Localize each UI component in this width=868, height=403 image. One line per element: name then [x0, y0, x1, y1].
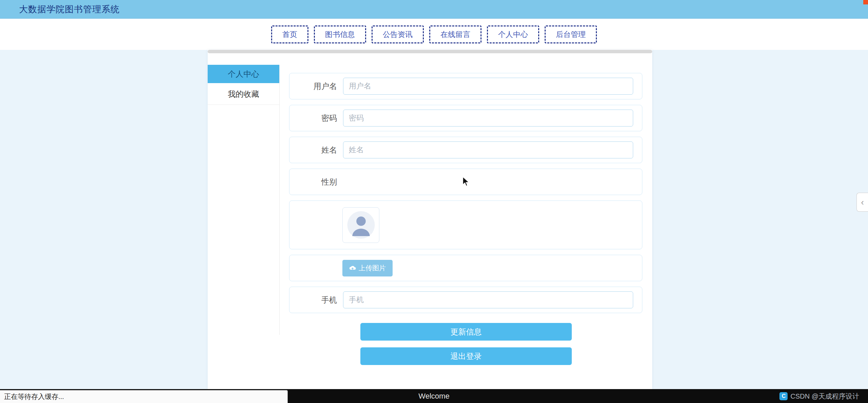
form-row-name: 姓名 [289, 137, 642, 163]
app-header: 大数据学院图书管理系统 [0, 0, 868, 19]
watermark-text: CSDN @天成程序设计 [790, 392, 859, 401]
name-input[interactable] [343, 141, 633, 158]
watermark-logo-icon: C [779, 392, 788, 400]
name-label: 姓名 [289, 145, 337, 155]
form-row-phone: 手机 [289, 287, 642, 313]
form-row-password: 密码 [289, 105, 642, 131]
sidebar-item-favorites[interactable]: 我的收藏 [208, 83, 279, 105]
nav-item-home[interactable]: 首页 [271, 25, 308, 43]
form-row-gender: 性别 [289, 169, 642, 195]
main-nav: 首页 图书信息 公告资讯 在线留言 个人中心 后台管理 [0, 19, 868, 50]
username-label: 用户名 [289, 81, 337, 92]
form-row-upload: 上传图片 [289, 255, 642, 281]
user-avatar-icon [345, 209, 377, 241]
gender-label: 性别 [289, 177, 337, 187]
collapse-panel-tab[interactable]: ‹ [856, 193, 868, 212]
password-label: 密码 [289, 113, 337, 123]
nav-item-personal-center[interactable]: 个人中心 [487, 25, 539, 43]
nav-item-announcements[interactable]: 公告资讯 [372, 25, 424, 43]
sidebar-item-personal-center[interactable]: 个人中心 [208, 65, 279, 83]
chevron-left-icon: ‹ [861, 197, 864, 207]
scroll-strip [208, 50, 652, 53]
watermark: C CSDN @天成程序设计 [779, 391, 859, 402]
nav-item-admin[interactable]: 后台管理 [545, 25, 597, 43]
nav-item-messages[interactable]: 在线留言 [429, 25, 482, 43]
corner-marker [863, 0, 868, 4]
page: 大数据学院图书管理系统 首页 图书信息 公告资讯 在线留言 个人中心 后台管理 … [0, 0, 868, 403]
upload-button-label: 上传图片 [359, 264, 386, 273]
logout-button[interactable]: 退出登录 [360, 347, 572, 365]
avatar[interactable] [342, 207, 379, 243]
nav-item-books[interactable]: 图书信息 [314, 25, 366, 43]
cloud-upload-icon [349, 265, 356, 271]
app-title: 大数据学院图书管理系统 [19, 0, 120, 18]
phone-label: 手机 [289, 295, 337, 305]
password-input[interactable] [343, 110, 633, 127]
profile-form: 用户名 密码 姓名 性别 [289, 73, 642, 365]
update-info-button[interactable]: 更新信息 [360, 323, 572, 341]
form-row-username: 用户名 [289, 73, 642, 99]
phone-input[interactable] [343, 291, 633, 308]
sidebar: 个人中心 我的收藏 [208, 65, 280, 335]
username-input[interactable] [343, 78, 633, 95]
upload-image-button[interactable]: 上传图片 [342, 260, 393, 276]
browser-status-text: 正在等待存入缓存... [0, 390, 288, 403]
form-row-avatar [289, 200, 642, 249]
